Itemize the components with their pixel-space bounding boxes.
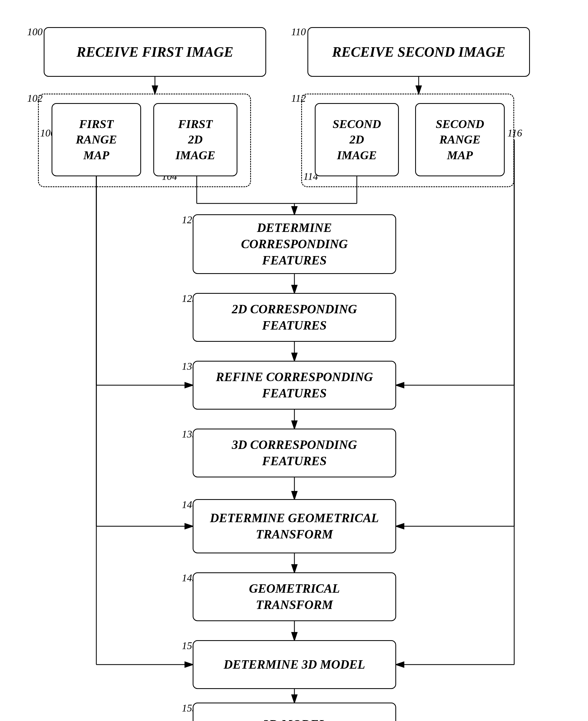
second-range-map-box: SECONDRANGEMAP bbox=[415, 103, 505, 176]
receive-second-image-box: RECEIVE SECOND IMAGE bbox=[308, 27, 530, 77]
second-2d-image-box: SECOND2DIMAGE bbox=[315, 103, 399, 176]
first-2d-image-box: FIRST2DIMAGE bbox=[153, 103, 237, 176]
receive-first-image-box: RECEIVE FIRST IMAGE bbox=[44, 27, 266, 77]
determine-features-box: DETERMINECORRESPONDINGFEATURES bbox=[193, 214, 396, 274]
refine-features-box: REFINE CORRESPONDINGFEATURES bbox=[193, 361, 396, 409]
first-range-map-box: FIRSTRANGEMAP bbox=[51, 103, 141, 176]
label-110: 110 bbox=[291, 26, 306, 38]
determine-3d-model-box: DETERMINE 3D MODEL bbox=[193, 640, 396, 689]
geometrical-transform-box: GEOMETRICALTRANSFORM bbox=[193, 572, 396, 621]
3d-corresponding-box: 3D CORRESPONDINGFEATURES bbox=[193, 429, 396, 478]
2d-corresponding-box: 2D CORRESPONDINGFEATURES bbox=[193, 293, 396, 342]
label-116: 116 bbox=[507, 127, 522, 139]
label-100: 100 bbox=[27, 26, 43, 38]
determine-transform-box: DETERMINE GEOMETRICALTRANSFORM bbox=[193, 499, 396, 553]
3d-model-box: 3D MODEL bbox=[193, 703, 396, 721]
